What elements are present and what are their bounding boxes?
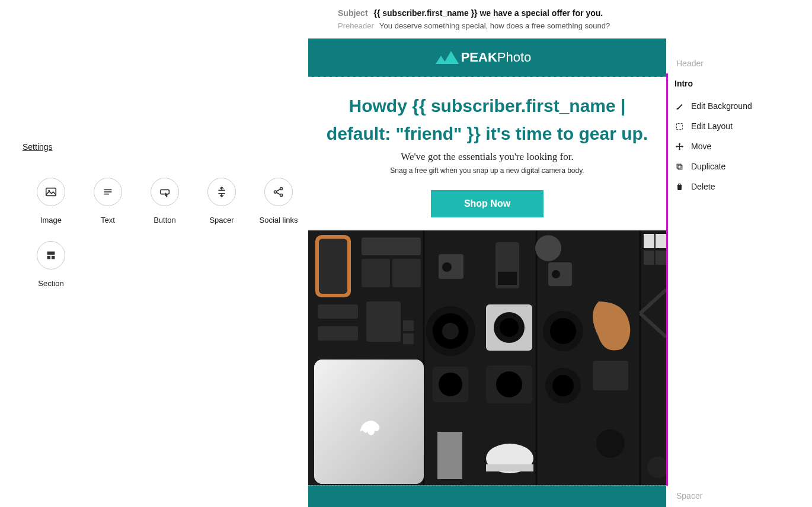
svg-line-11 <box>276 189 280 191</box>
logo-mountain-icon <box>443 51 459 64</box>
svg-rect-24 <box>362 238 421 255</box>
grid-icon <box>675 122 684 131</box>
palette-text[interactable]: Text <box>79 178 136 224</box>
svg-rect-23 <box>319 239 347 294</box>
svg-point-52 <box>552 375 574 396</box>
svg-point-9 <box>280 187 283 190</box>
button-icon <box>151 178 179 206</box>
svg-rect-62 <box>656 234 666 248</box>
edit-background-action[interactable]: Edit Background <box>668 96 812 116</box>
section-spacer-label[interactable]: Spacer <box>666 486 812 506</box>
svg-line-12 <box>276 192 280 195</box>
svg-point-10 <box>280 194 283 196</box>
settings-link[interactable]: Settings <box>23 142 53 152</box>
element-palette: Settings Image Text Button Spacer <box>0 0 308 507</box>
svg-rect-54 <box>486 464 533 471</box>
svg-rect-29 <box>366 301 401 342</box>
svg-rect-66 <box>678 165 682 169</box>
svg-rect-61 <box>644 234 654 248</box>
palette-image[interactable]: Image <box>23 178 79 224</box>
palette-spacer[interactable]: Spacer <box>193 178 250 224</box>
edit-layout-action[interactable]: Edit Layout <box>668 116 812 136</box>
svg-rect-30 <box>403 320 414 331</box>
svg-rect-41 <box>498 272 517 285</box>
hero-image-block[interactable] <box>308 230 666 485</box>
duplicate-icon <box>675 162 684 171</box>
svg-rect-13 <box>47 252 55 255</box>
intro-sub: We've got the essentials you're looking … <box>317 151 658 163</box>
palette-button[interactable]: Button <box>136 178 193 224</box>
svg-rect-28 <box>318 326 358 341</box>
svg-point-48 <box>439 373 462 396</box>
section-intro-label[interactable]: Intro <box>668 73 812 94</box>
camera-gear-illustration <box>308 230 666 485</box>
svg-rect-25 <box>362 259 390 287</box>
svg-point-34 <box>442 323 459 339</box>
subject-row[interactable]: Subject {{ subscriber.first_name }} we h… <box>308 0 666 21</box>
subject-value: {{ subscriber.first_name }} we have a sp… <box>373 8 603 18</box>
intro-headline: Howdy {{ subscriber.first_name | default… <box>317 92 658 147</box>
intro-block[interactable]: Howdy {{ subscriber.first_name | default… <box>308 77 666 230</box>
svg-point-39 <box>442 262 452 272</box>
email-header-block[interactable]: PEAKPhoto <box>308 38 666 77</box>
svg-rect-68 <box>677 185 681 190</box>
svg-rect-67 <box>677 164 681 168</box>
move-icon <box>675 142 684 151</box>
svg-rect-15 <box>52 256 55 259</box>
shop-now-button[interactable]: Shop Now <box>431 190 544 217</box>
spacer-block[interactable] <box>308 485 666 507</box>
svg-point-37 <box>500 318 519 337</box>
delete-action[interactable]: Delete <box>668 177 812 197</box>
svg-point-42 <box>535 235 561 261</box>
section-header-label[interactable]: Header <box>666 53 812 73</box>
image-icon <box>37 178 65 206</box>
spacer-icon <box>207 178 236 206</box>
svg-point-59 <box>596 429 625 458</box>
section-icon <box>37 241 65 269</box>
svg-rect-65 <box>677 123 683 129</box>
svg-rect-0 <box>46 188 56 196</box>
brand-name: PEAKPhoto <box>461 50 532 65</box>
trash-icon <box>675 182 684 191</box>
preheader-value: You deserve something special, how does … <box>379 21 610 30</box>
email-canvas[interactable]: Subject {{ subscriber.first_name }} we h… <box>308 0 666 507</box>
svg-rect-31 <box>403 333 414 344</box>
svg-rect-27 <box>318 304 358 319</box>
social-icon <box>264 178 293 206</box>
svg-rect-63 <box>644 251 654 265</box>
svg-point-44 <box>552 270 560 278</box>
svg-point-50 <box>496 371 522 397</box>
svg-point-8 <box>274 191 276 193</box>
svg-rect-55 <box>437 432 462 479</box>
duplicate-action[interactable]: Duplicate <box>668 156 812 177</box>
svg-rect-64 <box>656 251 666 265</box>
text-icon <box>94 178 122 206</box>
section-inspector: Header Intro Edit Background Edit Layout… <box>666 0 812 507</box>
preheader-row[interactable]: Preheader You deserve something special,… <box>308 21 666 38</box>
brush-icon <box>675 102 684 111</box>
move-action[interactable]: Move <box>668 136 812 156</box>
svg-point-46 <box>550 318 576 344</box>
palette-section[interactable]: Section <box>23 241 79 288</box>
palette-social[interactable]: Social links <box>250 178 307 224</box>
svg-rect-26 <box>392 259 421 287</box>
svg-rect-58 <box>593 361 628 390</box>
preheader-label: Preheader <box>338 21 374 30</box>
svg-rect-14 <box>47 256 51 259</box>
svg-rect-5 <box>161 190 170 194</box>
subject-label: Subject <box>338 8 368 18</box>
intro-small: Snag a free gift when you snap up a new … <box>317 166 658 175</box>
